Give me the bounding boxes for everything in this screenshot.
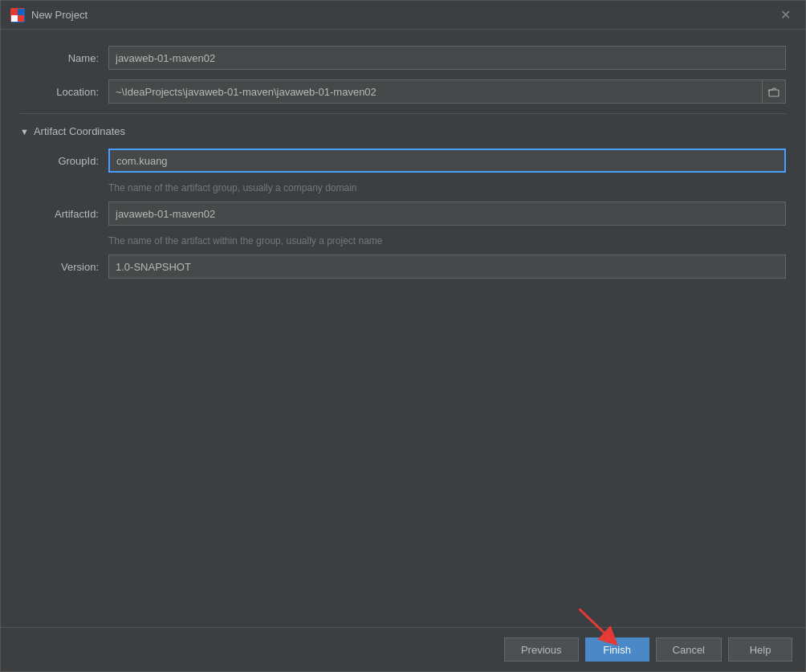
name-input[interactable] <box>108 46 786 70</box>
previous-button[interactable]: Previous <box>504 637 579 662</box>
groupid-label: GroupId: <box>20 155 108 167</box>
artifactid-row: ArtifactId: <box>20 202 786 226</box>
groupid-row: GroupId: <box>20 149 786 173</box>
section-divider <box>20 113 786 114</box>
cancel-button[interactable]: Cancel <box>656 637 722 662</box>
finish-button[interactable]: Finish <box>585 637 649 662</box>
location-label: Location: <box>20 86 108 98</box>
title-bar: New Project ✕ <box>1 1 805 30</box>
artifactid-hint: The name of the artifact within the grou… <box>20 235 786 246</box>
artifactid-input[interactable] <box>108 202 786 226</box>
artifactid-label: ArtifactId: <box>20 208 108 220</box>
location-input-wrap <box>108 79 786 104</box>
svg-rect-0 <box>11 9 18 15</box>
version-input[interactable] <box>108 255 786 279</box>
app-icon <box>10 8 25 22</box>
new-project-dialog: New Project ✕ Name: Location: <box>0 0 806 672</box>
dialog-title: New Project <box>31 9 88 21</box>
dialog-content: Name: Location: ▼ Artifact Coordinates <box>1 30 805 627</box>
groupid-input[interactable] <box>108 149 786 173</box>
help-button[interactable]: Help <box>728 637 792 662</box>
location-input[interactable] <box>108 79 762 104</box>
name-label: Name: <box>20 52 108 64</box>
svg-rect-4 <box>769 90 779 96</box>
collapse-arrow-icon[interactable]: ▼ <box>20 127 29 136</box>
section-title: Artifact Coordinates <box>34 125 125 137</box>
location-row: Location: <box>20 79 786 104</box>
artifact-coordinates-section: ▼ Artifact Coordinates <box>20 125 786 137</box>
browse-button[interactable] <box>762 79 786 104</box>
name-row: Name: <box>20 46 786 70</box>
title-bar-left: New Project <box>10 8 88 22</box>
version-label: Version: <box>20 261 108 273</box>
svg-rect-2 <box>11 15 18 22</box>
groupid-hint: The name of the artifact group, usually … <box>20 182 786 193</box>
version-row: Version: <box>20 255 786 279</box>
svg-rect-3 <box>18 15 24 22</box>
dialog-footer: Previous Finish Cancel Help <box>1 627 805 671</box>
svg-rect-1 <box>18 9 24 15</box>
close-button[interactable]: ✕ <box>775 7 796 23</box>
